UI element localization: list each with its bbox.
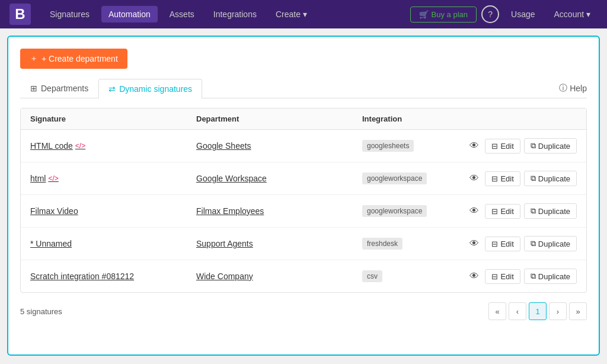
signature-name-2[interactable]: Filmax Video [30, 206, 196, 216]
integration-badge-1: googleworkspace [362, 173, 427, 184]
row-actions-0: 👁 ⊟ Edit ⧉ Duplicate [467, 138, 577, 154]
signature-name-3[interactable]: * Unnamed [30, 239, 196, 248]
nav-automation[interactable]: Automation [101, 6, 158, 23]
nav-usage[interactable]: Usage [504, 6, 542, 23]
department-name-4[interactable]: Wide Company [196, 272, 362, 281]
app-logo: B [9, 4, 31, 25]
row-actions-3: 👁 ⊟ Edit ⧉ Duplicate [467, 236, 577, 251]
view-button-0[interactable]: 👁 [467, 138, 481, 154]
duplicate-button-4[interactable]: ⧉ Duplicate [524, 269, 577, 284]
view-button-2[interactable]: 👁 [467, 203, 481, 219]
integration-badge-4: csv [362, 270, 382, 282]
pagination-prev[interactable]: ‹ [509, 302, 526, 320]
signatures-table: Signature Department Integration HTML co… [20, 108, 587, 293]
main-content: ＋ + Create department ⊞ Departments ⇄ Dy… [7, 36, 600, 356]
integration-badge-3: freshdesk [362, 238, 402, 250]
edit-button-2[interactable]: ⊟ Edit [485, 204, 520, 219]
help-icon-button[interactable]: ? [481, 5, 499, 23]
col-department: Department [196, 114, 362, 123]
table-row: * Unnamed Support Agents freshdesk 👁 ⊟ E… [21, 228, 586, 260]
pagination-next[interactable]: › [549, 302, 567, 320]
signature-count: 5 signatures [20, 307, 62, 316]
duplicate-button-3[interactable]: ⧉ Duplicate [524, 236, 577, 251]
col-integration: Integration [362, 114, 577, 123]
edit-icon-4: ⊟ [491, 272, 498, 281]
table-row: Filmax Video Filmax Employees googlework… [21, 195, 586, 228]
edit-icon-3: ⊟ [491, 240, 498, 248]
row-actions-4: 👁 ⊟ Edit ⧉ Duplicate [467, 269, 577, 284]
department-name-1[interactable]: Google Workspace [196, 174, 362, 183]
cart-icon: 🛒 [419, 10, 429, 19]
signature-name-4[interactable]: Scratch integration #081212 [30, 272, 196, 281]
department-name-3[interactable]: Support Agents [196, 239, 362, 248]
signature-name-0[interactable]: HTML code </> [30, 141, 196, 151]
edit-icon-1: ⊟ [491, 174, 498, 183]
tab-departments[interactable]: ⊞ Departments [20, 78, 98, 98]
view-button-1[interactable]: 👁 [467, 171, 481, 186]
share-icon: ⇄ [108, 84, 116, 94]
table-footer: 5 signatures « ‹ 1 › » [20, 293, 587, 323]
view-button-4[interactable]: 👁 [467, 269, 481, 284]
table-row: html </> Google Workspace googleworkspac… [21, 162, 586, 195]
navbar: B Signatures Automation Assets Integrati… [0, 0, 607, 28]
nav-signatures[interactable]: Signatures [43, 6, 97, 23]
edit-icon-0: ⊟ [491, 142, 498, 151]
duplicate-icon-2: ⧉ [531, 206, 536, 216]
edit-icon-2: ⊟ [491, 207, 498, 216]
department-name-2[interactable]: Filmax Employees [196, 206, 362, 216]
duplicate-button-1[interactable]: ⧉ Duplicate [524, 171, 577, 186]
integration-badge-0: googlesheets [362, 140, 414, 152]
edit-button-4[interactable]: ⊟ Edit [485, 269, 520, 284]
row-actions-1: 👁 ⊟ Edit ⧉ Duplicate [467, 171, 577, 186]
row-actions-2: 👁 ⊟ Edit ⧉ Duplicate [467, 203, 577, 219]
pagination-current[interactable]: 1 [529, 302, 547, 320]
duplicate-button-2[interactable]: ⧉ Duplicate [524, 203, 577, 219]
help-link[interactable]: ⓘ Help [559, 83, 587, 94]
duplicate-button-0[interactable]: ⧉ Duplicate [524, 138, 577, 154]
duplicate-icon-1: ⧉ [531, 174, 536, 183]
table-row: Scratch integration #081212 Wide Company… [21, 260, 586, 292]
pagination: « ‹ 1 › » [488, 302, 587, 320]
tab-dynamic-signatures[interactable]: ⇄ Dynamic signatures [98, 79, 202, 98]
grid-icon: ⊞ [30, 84, 37, 93]
code-icon-1: </> [48, 174, 58, 183]
signature-name-1[interactable]: html </> [30, 174, 196, 183]
integration-badge-2: googleworkspace [362, 205, 427, 217]
code-icon-0: </> [75, 142, 85, 150]
table-row: HTML code </> Google Sheets googlesheets… [21, 130, 586, 162]
table-header: Signature Department Integration [21, 108, 586, 130]
plus-icon: ＋ [30, 53, 38, 64]
pagination-last[interactable]: » [569, 302, 587, 320]
duplicate-icon-3: ⧉ [531, 239, 536, 248]
duplicate-icon-0: ⧉ [531, 141, 536, 151]
help-circle-icon: ⓘ [559, 83, 567, 94]
nav-create[interactable]: Create ▾ [269, 6, 314, 23]
nav-integrations[interactable]: Integrations [206, 6, 264, 23]
edit-button-0[interactable]: ⊟ Edit [485, 139, 520, 154]
department-name-0[interactable]: Google Sheets [196, 141, 362, 151]
edit-button-1[interactable]: ⊟ Edit [485, 171, 520, 186]
nav-account[interactable]: Account ▾ [547, 6, 598, 23]
duplicate-icon-4: ⧉ [531, 272, 536, 281]
buy-plan-button[interactable]: 🛒 Buy a plan [410, 7, 477, 23]
edit-button-3[interactable]: ⊟ Edit [485, 237, 520, 251]
tab-bar: ⊞ Departments ⇄ Dynamic signatures ⓘ Hel… [20, 78, 587, 98]
pagination-first[interactable]: « [488, 302, 506, 320]
create-department-button[interactable]: ＋ + Create department [20, 49, 127, 69]
col-signature: Signature [30, 114, 196, 123]
nav-assets[interactable]: Assets [162, 6, 202, 23]
view-button-3[interactable]: 👁 [467, 236, 481, 251]
